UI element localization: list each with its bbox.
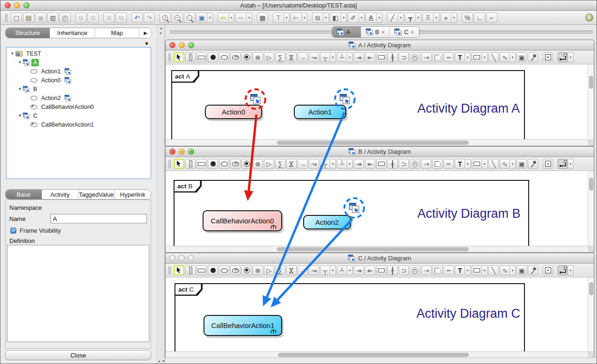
align-top-dropdown[interactable]: ▾	[284, 13, 290, 23]
note-button[interactable]	[432, 159, 443, 169]
object-node-button[interactable]	[376, 265, 386, 275]
minimize-icon[interactable]	[179, 255, 185, 261]
back-dropdown[interactable]: ▾	[229, 13, 234, 23]
close-window-button[interactable]	[5, 2, 11, 8]
partition-horizontal-button[interactable]	[197, 52, 207, 62]
scrollbar-thumb[interactable]	[589, 76, 593, 89]
curve-tool-dropdown[interactable]: ▾	[510, 159, 516, 169]
interrupting-edge-button[interactable]: ↝	[309, 265, 319, 275]
dependency-button[interactable]: ⇢	[421, 265, 431, 275]
interrupting-edge-button[interactable]: ↝	[309, 52, 319, 62]
pushpin-tool-button[interactable]	[528, 265, 538, 275]
curve-tool-dropdown[interactable]: ▾	[510, 52, 516, 63]
line-connection-style-button[interactable]	[558, 52, 568, 62]
tree-item-test[interactable]: ▼PTEST	[7, 49, 151, 58]
minimize-window-button[interactable]	[14, 2, 20, 8]
window-b-titlebar[interactable]: × − + B / Activity Diagram	[166, 147, 594, 157]
line-tool-button[interactable]: ╲	[488, 52, 499, 62]
line-connection-style-button[interactable]	[558, 265, 568, 275]
signal-button[interactable]: ⊃	[399, 52, 409, 62]
zoom-actual-button[interactable]: 1	[160, 13, 171, 23]
text-tool-dropdown[interactable]: ▾	[465, 159, 471, 169]
control-flow-button[interactable]: →	[298, 159, 308, 169]
output-pin-button[interactable]: ⇤	[365, 159, 375, 169]
maximize-icon[interactable]	[188, 42, 194, 48]
rect-tool-button[interactable]	[472, 52, 482, 62]
line-style-dropdown[interactable]: ▾	[398, 13, 404, 23]
diagram-tab-a[interactable]: A×	[332, 27, 361, 37]
arrange-objects-dropdown[interactable]: ▾	[434, 13, 439, 23]
definition-textarea[interactable]	[7, 245, 149, 342]
action-node-button[interactable]	[219, 159, 229, 169]
view-tab-structure[interactable]: Structure	[6, 28, 50, 38]
open-subdiagram-icon[interactable]	[349, 203, 359, 213]
connector-button[interactable]: ⓝ	[410, 265, 420, 275]
control-flow-button[interactable]: →	[298, 265, 308, 275]
rect-tool-dropdown[interactable]: ▾	[482, 159, 488, 169]
print-preview-button[interactable]: ◰	[59, 13, 71, 23]
fork-node-dropdown[interactable]: ▾	[330, 52, 336, 63]
tree-item-action1[interactable]: Action1	[7, 67, 151, 76]
dependency-button[interactable]: ⇢	[421, 52, 431, 62]
fit-to-window-dropdown[interactable]: ▾	[207, 13, 213, 23]
call-behavior-action-button[interactable]	[230, 265, 240, 275]
accept-time-event-button[interactable]: ⋈	[286, 52, 297, 62]
central-buffer-node-button[interactable]: ╂	[387, 159, 398, 169]
expander-icon[interactable]: ▼	[17, 60, 23, 64]
collapse-right-icon[interactable]: ▸	[160, 31, 162, 35]
line-jump-button[interactable]: %	[462, 13, 473, 23]
expander-icon[interactable]: ▼	[17, 87, 23, 91]
rect-tool-dropdown[interactable]: ▾	[482, 52, 488, 63]
fork-node-button[interactable]: ┬	[320, 159, 330, 169]
tree-item-c[interactable]: ▼C	[7, 111, 151, 120]
call-behavior-action-button[interactable]	[230, 52, 240, 62]
join-node-dropdown[interactable]: ▾	[347, 159, 353, 169]
forward-dropdown[interactable]: ▾	[247, 13, 252, 23]
forward-button[interactable]: ⇨	[235, 13, 247, 23]
control-flow-button[interactable]: →	[298, 52, 308, 62]
line-connection-style-button[interactable]	[558, 159, 568, 169]
fit-to-window-button[interactable]: ▣	[196, 13, 207, 23]
send-signal-action-button[interactable]: ▷	[264, 159, 274, 169]
central-buffer-node-button[interactable]: ╂	[387, 265, 398, 275]
close-icon[interactable]	[169, 255, 175, 261]
align-top-button[interactable]: ⊤	[273, 13, 284, 23]
diagram-map-button[interactable]: ▦	[257, 13, 268, 23]
open-file-button[interactable]: ▤	[23, 13, 34, 23]
color-palette-dropdown[interactable]: ▾	[451, 13, 457, 23]
note-button[interactable]	[432, 265, 443, 275]
action0-node[interactable]: Action0	[205, 105, 262, 119]
toolbar-drag-handle[interactable]	[168, 160, 171, 168]
input-pin-button[interactable]: ⇥	[354, 265, 364, 275]
send-signal-action-button[interactable]: ▷	[264, 265, 274, 275]
fill-color-button[interactable]: ◧	[330, 13, 341, 23]
close-icon[interactable]: ×	[169, 149, 175, 155]
curve-tool-button[interactable]: ∿	[500, 265, 510, 275]
expander-icon[interactable]: ▼	[9, 51, 15, 56]
select-tool-button[interactable]	[174, 265, 184, 275]
send-signal-action-button[interactable]: ▷	[264, 52, 274, 62]
image-tool-button[interactable]: ▣	[517, 52, 527, 62]
text-tool-dropdown[interactable]: ▾	[465, 265, 471, 276]
auto-layout-dropdown[interactable]: ▾	[416, 13, 422, 23]
fork-node-button[interactable]: ┬	[320, 52, 330, 62]
note-anchor-button[interactable]: ┅	[444, 52, 454, 62]
undo-button[interactable]: ↶	[131, 13, 143, 23]
collapse-left-icon[interactable]: ◂	[160, 26, 162, 30]
window-c-canvas[interactable]: act C Activity Diagram C CallBehaviorAct…	[166, 278, 594, 352]
object-node-button[interactable]	[376, 52, 386, 62]
accept-event-action-button[interactable]: ∑	[275, 52, 285, 62]
signal-button[interactable]: ⊃	[399, 265, 409, 275]
color-palette-button[interactable]: ●	[440, 13, 451, 23]
depth-arrangement-button[interactable]: ⧉	[312, 13, 323, 23]
join-node-button[interactable]: ┴	[337, 265, 347, 275]
maximize-icon[interactable]: +	[188, 149, 194, 155]
prop-tab-base[interactable]: Base	[6, 190, 42, 199]
new-file-button[interactable]: ▢	[11, 13, 22, 23]
callbehavioraction1-node[interactable]: CallBehaviorAction1	[204, 315, 282, 336]
activity-final-node-button[interactable]	[241, 265, 252, 275]
partition-vertical-button[interactable]	[185, 52, 196, 62]
line-connection-style-dropdown[interactable]: ▾	[568, 265, 574, 276]
accept-time-event-button[interactable]: ⋈	[286, 265, 297, 275]
horizontal-scrollbar[interactable]	[166, 351, 594, 358]
